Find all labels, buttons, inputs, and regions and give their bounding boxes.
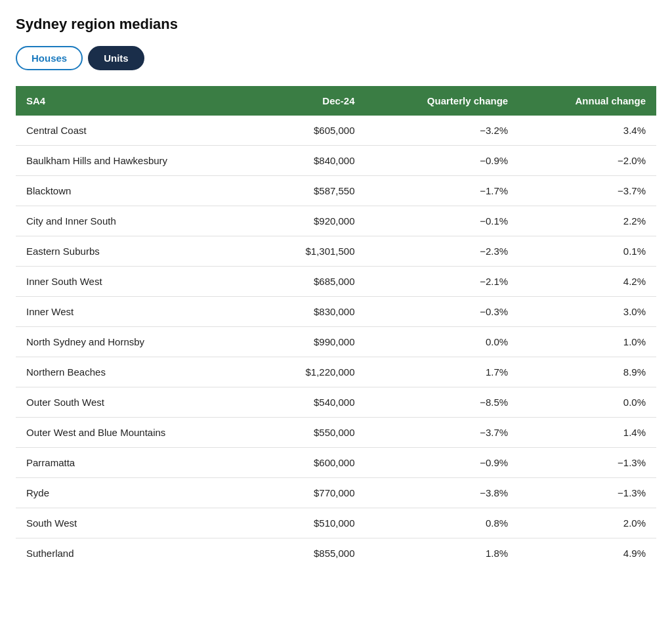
cell-quarterly: −3.2% bbox=[366, 116, 519, 146]
cell-quarterly: 1.8% bbox=[366, 538, 519, 569]
medians-table: SA4 Dec-24 Quarterly change Annual chang… bbox=[16, 86, 656, 568]
cell-annual: −1.3% bbox=[518, 478, 656, 508]
cell-quarterly: −8.5% bbox=[366, 387, 519, 418]
cell-dec24: $830,000 bbox=[260, 297, 366, 327]
table-row: Ryde $770,000 −3.8% −1.3% bbox=[16, 478, 656, 508]
header-quarterly: Quarterly change bbox=[366, 86, 519, 116]
cell-sa4: Baulkham Hills and Hawkesbury bbox=[16, 146, 260, 176]
table-row: Inner South West $685,000 −2.1% 4.2% bbox=[16, 267, 656, 297]
cell-quarterly: −0.9% bbox=[366, 146, 519, 176]
table-row: Baulkham Hills and Hawkesbury $840,000 −… bbox=[16, 146, 656, 176]
cell-annual: 3.4% bbox=[518, 116, 656, 146]
table-row: City and Inner South $920,000 −0.1% 2.2% bbox=[16, 206, 656, 236]
cell-sa4: Outer South West bbox=[16, 387, 260, 418]
table-row: Parramatta $600,000 −0.9% −1.3% bbox=[16, 448, 656, 478]
cell-sa4: Sutherland bbox=[16, 538, 260, 569]
cell-quarterly: −2.3% bbox=[366, 236, 519, 267]
cell-dec24: $1,301,500 bbox=[260, 236, 366, 267]
cell-quarterly: 1.7% bbox=[366, 357, 519, 387]
cell-annual: 2.2% bbox=[518, 206, 656, 236]
cell-dec24: $587,550 bbox=[260, 176, 366, 206]
cell-annual: 3.0% bbox=[518, 297, 656, 327]
tab-units[interactable]: Units bbox=[88, 46, 144, 70]
cell-dec24: $855,000 bbox=[260, 538, 366, 569]
cell-annual: 2.0% bbox=[518, 508, 656, 538]
table-row: Sutherland $855,000 1.8% 4.9% bbox=[16, 538, 656, 569]
table-header-row: SA4 Dec-24 Quarterly change Annual chang… bbox=[16, 86, 656, 116]
cell-sa4: Outer West and Blue Mountains bbox=[16, 418, 260, 448]
cell-quarterly: −0.3% bbox=[366, 297, 519, 327]
header-annual: Annual change bbox=[518, 86, 656, 116]
table-row: Blacktown $587,550 −1.7% −3.7% bbox=[16, 176, 656, 206]
table-row: Northern Beaches $1,220,000 1.7% 8.9% bbox=[16, 357, 656, 387]
cell-annual: 1.4% bbox=[518, 418, 656, 448]
cell-annual: −3.7% bbox=[518, 176, 656, 206]
table-row: Outer South West $540,000 −8.5% 0.0% bbox=[16, 387, 656, 418]
cell-sa4: Inner South West bbox=[16, 267, 260, 297]
cell-dec24: $770,000 bbox=[260, 478, 366, 508]
cell-sa4: Ryde bbox=[16, 478, 260, 508]
cell-quarterly: −2.1% bbox=[366, 267, 519, 297]
table-row: North Sydney and Hornsby $990,000 0.0% 1… bbox=[16, 327, 656, 357]
cell-dec24: $605,000 bbox=[260, 116, 366, 146]
cell-dec24: $990,000 bbox=[260, 327, 366, 357]
cell-sa4: Northern Beaches bbox=[16, 357, 260, 387]
cell-sa4: North Sydney and Hornsby bbox=[16, 327, 260, 357]
cell-quarterly: −1.7% bbox=[366, 176, 519, 206]
cell-sa4: Eastern Suburbs bbox=[16, 236, 260, 267]
cell-annual: −1.3% bbox=[518, 448, 656, 478]
cell-dec24: $840,000 bbox=[260, 146, 366, 176]
cell-annual: −2.0% bbox=[518, 146, 656, 176]
cell-quarterly: 0.0% bbox=[366, 327, 519, 357]
cell-annual: 1.0% bbox=[518, 327, 656, 357]
cell-dec24: $1,220,000 bbox=[260, 357, 366, 387]
cell-quarterly: 0.8% bbox=[366, 508, 519, 538]
table-row: Outer West and Blue Mountains $550,000 −… bbox=[16, 418, 656, 448]
cell-dec24: $550,000 bbox=[260, 418, 366, 448]
cell-dec24: $600,000 bbox=[260, 448, 366, 478]
cell-annual: 0.1% bbox=[518, 236, 656, 267]
tab-group: Houses Units bbox=[16, 46, 656, 70]
table-row: Central Coast $605,000 −3.2% 3.4% bbox=[16, 116, 656, 146]
cell-quarterly: −0.9% bbox=[366, 448, 519, 478]
cell-annual: 4.2% bbox=[518, 267, 656, 297]
cell-sa4: Inner West bbox=[16, 297, 260, 327]
table-row: Eastern Suburbs $1,301,500 −2.3% 0.1% bbox=[16, 236, 656, 267]
cell-quarterly: −0.1% bbox=[366, 206, 519, 236]
cell-sa4: Blacktown bbox=[16, 176, 260, 206]
cell-sa4: South West bbox=[16, 508, 260, 538]
cell-annual: 8.9% bbox=[518, 357, 656, 387]
cell-quarterly: −3.7% bbox=[366, 418, 519, 448]
cell-sa4: City and Inner South bbox=[16, 206, 260, 236]
cell-quarterly: −3.8% bbox=[366, 478, 519, 508]
header-sa4: SA4 bbox=[16, 86, 260, 116]
header-dec24: Dec-24 bbox=[260, 86, 366, 116]
cell-dec24: $540,000 bbox=[260, 387, 366, 418]
cell-annual: 0.0% bbox=[518, 387, 656, 418]
cell-sa4: Parramatta bbox=[16, 448, 260, 478]
cell-dec24: $920,000 bbox=[260, 206, 366, 236]
tab-houses[interactable]: Houses bbox=[16, 46, 83, 70]
table-row: Inner West $830,000 −0.3% 3.0% bbox=[16, 297, 656, 327]
cell-dec24: $685,000 bbox=[260, 267, 366, 297]
table-row: South West $510,000 0.8% 2.0% bbox=[16, 508, 656, 538]
cell-sa4: Central Coast bbox=[16, 116, 260, 146]
page-title: Sydney region medians bbox=[16, 16, 656, 33]
cell-dec24: $510,000 bbox=[260, 508, 366, 538]
cell-annual: 4.9% bbox=[518, 538, 656, 569]
